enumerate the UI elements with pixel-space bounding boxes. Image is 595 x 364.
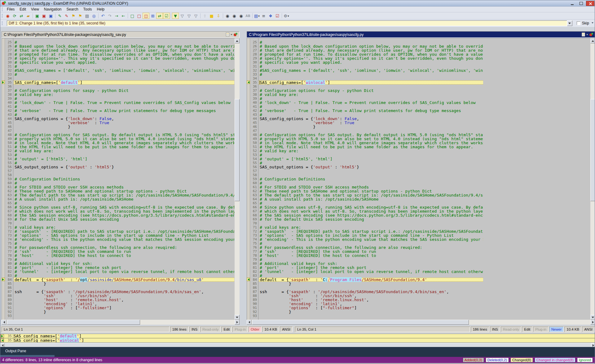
code-line[interactable] <box>14 169 234 173</box>
legend-badge-changed[interactable]: Changed(8) <box>510 358 533 362</box>
find-previous-button[interactable]: ◉ <box>238 13 245 19</box>
pane-menu-icon[interactable] <box>582 32 585 37</box>
legend-badge-added[interactable]: Added(0,3) <box>463 358 484 362</box>
filter-changed-button[interactable]: ▽ <box>179 13 186 19</box>
code-line[interactable]: default = {'saspath' : 'C:/Program Files… <box>259 278 483 282</box>
code-line[interactable]: # 'host' - [REQUIRED] the host to connec… <box>259 254 483 258</box>
minimize-button[interactable] <box>568 1 576 6</box>
undo-button[interactable]: ↶ <box>99 13 106 19</box>
code-line[interactable]: # 'encoding' - This is the python encodi… <box>259 237 483 241</box>
close-button[interactable] <box>586 1 594 6</box>
print-button[interactable]: ▤ <box>84 13 90 19</box>
menu-files[interactable]: Files <box>4 7 17 12</box>
second-pane-vertical-scrollbar[interactable] <box>590 38 595 320</box>
current-diff-line[interactable]: 35SAS_config_names=['default'] <box>1 334 595 338</box>
diff-marker-icon[interactable] <box>2 278 5 281</box>
diff-marker-icon[interactable] <box>247 80 250 84</box>
report-button[interactable]: ▤▼ <box>253 13 260 19</box>
toolbar-overflow-chevron-icon[interactable] <box>592 22 593 24</box>
code-line[interactable]: } <box>259 125 483 129</box>
split-vertical-button[interactable]: ◫ <box>143 13 149 19</box>
prev-difference-button[interactable]: ← <box>120 13 127 19</box>
code-line[interactable]: # specific value you want applied. <box>259 60 483 64</box>
save-second-button[interactable]: ▣ <box>41 13 47 19</box>
code-line[interactable]: SAS_config_names=['winlocal'] <box>259 80 483 84</box>
compare-files-button[interactable]: ◉ <box>4 13 11 19</box>
code-line[interactable]: # Configuration Definitions <box>14 177 234 181</box>
code-line[interactable]: # 'lock_down' - True | False. True = Pre… <box>14 101 234 105</box>
first-pane-horizontal-scrollbar[interactable] <box>2 320 240 325</box>
match-case-button[interactable]: AB <box>245 13 251 19</box>
options-validate-button[interactable]: ☑ <box>274 13 281 19</box>
diff-marker-icon[interactable] <box>247 278 250 281</box>
recompare-button[interactable]: ⟳ <box>11 13 18 19</box>
maximize-button[interactable] <box>577 1 585 6</box>
redo-button[interactable]: ↷ <box>106 13 113 19</box>
code-line[interactable]: } <box>14 310 234 314</box>
next-difference-button[interactable]: → <box>113 13 120 19</box>
menu-search[interactable]: Search <box>64 7 81 12</box>
next-change-button[interactable]: ⇩ <box>215 13 222 19</box>
legend-badge-changed-in-changed[interactable]: Changed in changed(8) <box>535 358 575 362</box>
code-line[interactable]: # 'output' = ['html5', 'html'] <box>14 157 234 161</box>
current-diff-pane[interactable]: 35SAS_config_names=['default']35SAS_conf… <box>0 334 595 343</box>
code-line[interactable]: # A usual install path is: /opt/sasinsid… <box>259 197 483 201</box>
first-file-header[interactable]: C:\Program Files\Python\Python37\Lib\sit… <box>2 31 240 38</box>
code-line[interactable]: # valid key are: <box>259 149 483 153</box>
first-file-pane[interactable]: 2526272829303132333435363738394041424344… <box>2 38 240 320</box>
menu-navigation[interactable]: Navigation <box>42 7 64 12</box>
code-line[interactable]: # <box>259 72 483 76</box>
code-line[interactable]: # 'encoding' - This is the python encodi… <box>14 237 234 241</box>
pane-menu-caret-icon[interactable] <box>586 34 588 36</box>
filter-deleted-button[interactable]: ▽ <box>192 13 199 19</box>
code-line[interactable]: # 'host' - [REQUIRED] the host to connec… <box>14 254 234 258</box>
current-diff-line[interactable]: 35SAS_config_names=['winlocal'] <box>1 338 595 342</box>
skip-checkbox[interactable] <box>577 21 580 25</box>
code-line[interactable]: 'options' : ["-fullstimer"] <box>259 306 483 310</box>
code-line[interactable]: 'options' : ["-fullstimer"] <box>14 306 234 310</box>
menu-tools[interactable]: Tools <box>81 7 95 12</box>
code-line[interactable]: # for the default Unix SAS session encod… <box>259 217 483 221</box>
flag-second-button[interactable]: ⚑ <box>77 13 84 19</box>
code-line[interactable]: # 'tunnel' - [integer] local port to ope… <box>259 270 483 274</box>
code-line[interactable]: # 'verbose' - True | False. True = Allow… <box>259 109 483 113</box>
plugins-button[interactable]: ❖ <box>267 13 274 19</box>
edit-second-button[interactable]: ✎ <box>63 13 70 19</box>
grid-view-button[interactable]: ⊞ <box>149 13 156 19</box>
code-line[interactable]: # valid key are: <box>14 93 234 97</box>
menu-edit[interactable]: Edit <box>17 7 29 12</box>
previous-change-button[interactable]: ⇧ <box>201 13 208 19</box>
code-line[interactable]: #SAS_config_names = ['default', 'ssh', '… <box>259 68 483 72</box>
second-pane-horizontal-scrollbar[interactable] <box>247 320 595 325</box>
menu-help[interactable]: Help <box>95 7 107 12</box>
code-line[interactable] <box>259 314 483 318</box>
code-line[interactable]: } <box>14 125 234 129</box>
swap-files-button[interactable]: ⇄ <box>18 13 25 19</box>
current-change-button[interactable]: ■ <box>208 13 215 19</box>
first-pane-vertical-scrollbar[interactable] <box>235 38 240 320</box>
code-line[interactable]: # A usual install path is: /opt/sasinsid… <box>14 197 234 201</box>
code-editor[interactable]: ## Based upon the lock_down configuratio… <box>14 38 234 320</box>
code-line[interactable]: SAS_output_options = {'output' : 'html5'… <box>259 165 483 169</box>
toolbar-grip[interactable] <box>2 14 3 18</box>
code-line[interactable]: SAS_output_options = {'output' : 'html5'… <box>14 165 234 169</box>
code-line[interactable]: SAS_config_names=['default'] <box>14 80 234 84</box>
menu-grip[interactable] <box>2 7 3 11</box>
code-line[interactable]: # 'lock_down' - True | False. True = Pre… <box>259 101 483 105</box>
pane-compare-icon[interactable] <box>234 33 237 37</box>
code-line[interactable]: #SAS_config_names = ['default', 'ssh', '… <box>14 68 234 72</box>
show-identical-lines-button[interactable]: ☑ <box>163 13 170 19</box>
show-second-pane-button[interactable]: □ <box>136 13 143 19</box>
save-both-button[interactable]: ▣ <box>47 13 54 19</box>
code-line[interactable]: # 'tunnel' - [integer] local port to ope… <box>14 270 234 274</box>
flag-first-button[interactable]: ⚑ <box>70 13 77 19</box>
find-next-button[interactable]: ◉ <box>231 13 238 19</box>
pane-compare-icon[interactable] <box>589 33 593 37</box>
code-line[interactable]: # for the default Unix SAS session encod… <box>14 217 234 221</box>
find-in-files-button[interactable]: ◎ <box>90 13 97 19</box>
code-line[interactable]: # 'verbose' - True | False. True = Allow… <box>14 109 234 113</box>
filter-added-button[interactable]: ▽ <box>186 13 192 19</box>
diff-marker-icon[interactable] <box>2 80 5 84</box>
code-line[interactable]: } <box>14 282 234 286</box>
current-diff-pane-scrollbar[interactable] <box>0 343 595 347</box>
